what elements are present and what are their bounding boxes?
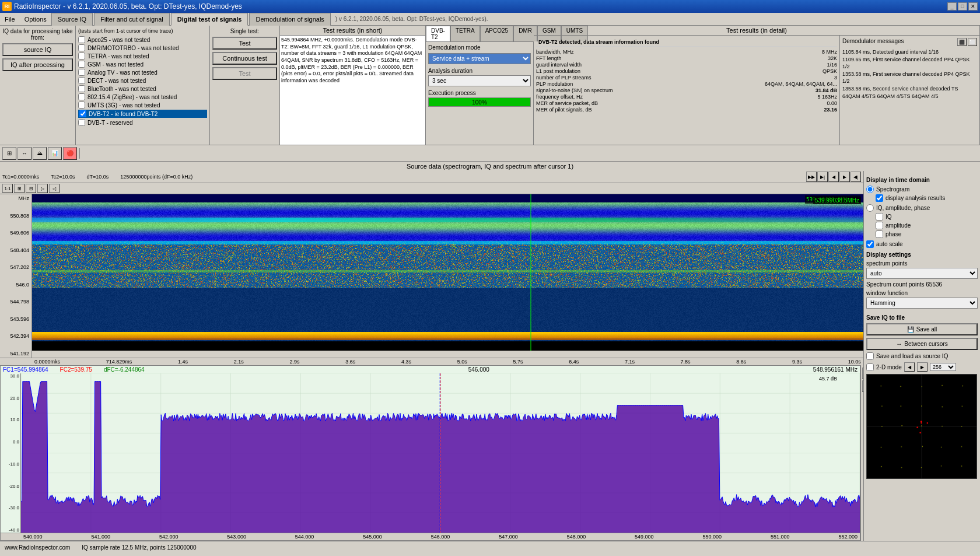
spectrum-canvas[interactable] — [21, 373, 860, 533]
dvb-tab-dvbt2[interactable]: DVB-T2 — [426, 26, 450, 41]
radio-group-spectrogram: Spectrogram display analysis results — [866, 186, 978, 202]
x-545: 545.000 — [363, 534, 382, 540]
freq-546: 546.0 — [0, 282, 29, 288]
test-checkbox-gsm[interactable] — [78, 61, 85, 68]
const-next-btn[interactable]: ▶ — [917, 362, 928, 372]
tests-note: (tests start from 1-st cursor of time tr… — [78, 28, 207, 34]
test2-button[interactable]: Test — [212, 67, 277, 80]
tab-filter[interactable]: Filter and cut of signal — [94, 13, 170, 26]
tab-digital-test[interactable]: Digital test of signals — [171, 13, 249, 26]
toolbar-btn-4[interactable]: 📊 — [48, 147, 62, 160]
between-cursors-button[interactable]: ↔ Between cursors — [866, 338, 978, 350]
analysis-duration-label: Analysis duration — [428, 68, 531, 74]
dvb-tab-tetra[interactable]: TETRA — [450, 26, 480, 41]
test-checkbox-umts[interactable] — [78, 102, 85, 109]
menu-options[interactable]: Options — [20, 13, 51, 25]
const-prev-btn[interactable]: ◀ — [904, 362, 915, 372]
mode-2d-checkbox[interactable] — [866, 363, 874, 371]
test-checkbox-dmr[interactable] — [78, 44, 85, 51]
x-546: 546.000 — [431, 534, 450, 540]
title-bar: RI RadioInspector - v 6.2.1, 2020.06.05,… — [0, 0, 980, 13]
close-button[interactable]: ✕ — [968, 2, 978, 11]
fc-labels: FC1=545.994864 FC2=539.75 dFC=-6.244864 … — [1, 366, 860, 373]
test-checkbox-dvbt2[interactable] — [79, 110, 86, 117]
nav-row-btn5[interactable]: ◁ — [49, 184, 60, 193]
test-item-dvbt2[interactable]: DVB-T2 - ie found DVB-T2 — [78, 110, 207, 118]
toolbar-btn-3[interactable]: ⛰ — [33, 147, 47, 160]
dvb-label-guard: guard interval width — [536, 62, 582, 68]
analysis-duration-select[interactable]: 3 sec — [428, 75, 531, 86]
spectrogram-canvas-area[interactable]: 539.99038.5MHz — [32, 194, 863, 358]
nav-btn-1[interactable]: ▶▶ — [806, 172, 817, 182]
test-checkbox-tetra[interactable] — [78, 53, 85, 60]
nav-row-btn4[interactable]: ▷ — [37, 184, 48, 193]
demod-mode-select[interactable]: Service data + stream — [428, 53, 531, 64]
radio-spectrogram-input[interactable] — [866, 186, 874, 193]
test-item-dect: DECT - was not tested — [78, 77, 207, 84]
source-iq-button[interactable]: source IQ — [2, 43, 73, 56]
test-checkbox-apco25[interactable] — [78, 36, 85, 43]
toolbar: ⊞ ↔ ⛰ 📊 🔴 — [0, 145, 980, 162]
iq-after-processing-button[interactable]: IQ after processing — [2, 58, 73, 71]
nav-row-btn3[interactable]: ⊟ — [26, 184, 36, 193]
demod-msg-2: 1109.65 ms, First service channel decode… — [842, 56, 977, 71]
dvb-label-merpilot: MER of pilot signals, dB — [536, 107, 592, 113]
amplitude-checkbox[interactable] — [876, 222, 883, 229]
display-analysis-checkbox[interactable] — [876, 194, 883, 202]
main-content: IQ data for processing take from: source… — [0, 26, 980, 541]
test-checkbox-analogtv[interactable] — [78, 69, 85, 76]
auto-scale-checkbox[interactable] — [866, 240, 874, 248]
dvb-row-plp: number of PLP streams 3 — [536, 75, 837, 81]
nav-btn-5[interactable]: ◀| — [850, 172, 861, 182]
toolbar-btn-5[interactable]: 🔴 — [63, 147, 77, 160]
test-button[interactable]: Test — [212, 37, 277, 50]
save-iq-title: Save IQ to file — [866, 314, 978, 321]
cb-iq: IQ — [876, 213, 978, 221]
freq-5472: 547.202 — [0, 264, 29, 270]
window-function-select[interactable]: Hamming — [866, 298, 978, 309]
spectrum-y-axis: 30.0 20.0 10.0 0.0 -10.0 -20.0 -30.0 -40… — [1, 373, 21, 533]
top-panel: IQ data for processing take from: source… — [0, 26, 980, 145]
toolbar-btn-2[interactable]: ↔ — [18, 147, 32, 160]
test-checkbox-dvbt[interactable] — [78, 119, 85, 126]
nav-btn-4[interactable]: ▶ — [839, 172, 850, 182]
tab-source-iq[interactable]: Source IQ — [51, 13, 93, 26]
dvb-value-plp: 3 — [834, 75, 837, 81]
continuous-test-button[interactable]: Continuous test — [212, 52, 277, 65]
constellation-canvas — [866, 374, 977, 479]
nav-btn-3[interactable]: ◀ — [828, 172, 839, 182]
phase-checkbox[interactable] — [876, 230, 883, 238]
sample-rate-label: IQ sample rate 12.5 MHz, points 12500000… — [82, 544, 196, 551]
save-all-button[interactable]: 💾 Save all — [866, 323, 978, 335]
demod-msg-btn1[interactable]: ⬛ — [957, 38, 967, 46]
iq-checkbox[interactable] — [876, 213, 883, 221]
test-label-dvbt2: DVB-T2 - ie found DVB-T2 — [89, 111, 158, 117]
demod-msg-btn2[interactable]: ⬜ — [968, 38, 977, 46]
y-n30: -30.0 — [1, 505, 19, 510]
toolbar-btn-1[interactable]: ⊞ — [2, 147, 16, 160]
nav-row-btn1[interactable]: 1:1 — [2, 184, 13, 193]
radio-spectrogram: Spectrogram — [866, 186, 978, 193]
nav-btn-2[interactable]: ▶| — [817, 172, 828, 182]
time-axis: 0.0000mks 714.829ms 1.4s 2.1s 2.9s 3.6s … — [0, 358, 863, 365]
spectrogram-canvas[interactable] — [32, 194, 863, 351]
dvb-tab-apco25[interactable]: APCO25 — [480, 26, 513, 41]
dvb-label-plp: number of PLP streams — [536, 75, 591, 81]
save-all-label: Save all — [916, 326, 937, 333]
test-checkbox-dect[interactable] — [78, 77, 85, 84]
tab-demodulation[interactable]: Demodulation of signals — [249, 13, 330, 26]
y-30: 30.0 — [1, 373, 19, 379]
test-checkbox-802154[interactable] — [78, 93, 85, 100]
phase-label: phase — [886, 231, 901, 237]
nav-row-btn2[interactable]: ⊞ — [14, 184, 24, 193]
radio-iq-amplitude-input[interactable] — [866, 204, 874, 212]
dvb-info-panel: DVB-T2 detected, data stream information… — [534, 36, 839, 145]
constellation-size-select[interactable]: 256 — [930, 363, 956, 371]
minimize-button[interactable]: _ — [947, 2, 957, 11]
dvb-value-plpmod: 64QAM, 64QAM, 64QAM, 64... — [765, 81, 837, 87]
test-checkbox-bluetooth[interactable] — [78, 85, 85, 92]
save-load-source-checkbox[interactable] — [866, 352, 874, 360]
spectrum-points-select[interactable]: auto — [866, 268, 978, 279]
menu-file[interactable]: File — [0, 13, 20, 25]
maximize-button[interactable]: □ — [958, 2, 967, 11]
